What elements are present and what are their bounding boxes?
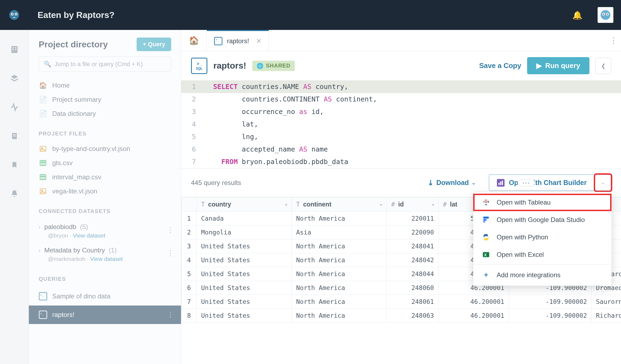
more-icon[interactable]: ⋮ (167, 310, 174, 319)
chevron-down-icon[interactable]: ⌄ (431, 201, 435, 207)
play-icon: ▶ (536, 61, 542, 70)
cell-lat: 46.200001 (438, 295, 509, 309)
column-type-icon: # (391, 201, 395, 208)
dataset-name: Metadata by Country (44, 246, 105, 254)
close-icon[interactable]: ✕ (256, 37, 262, 45)
image-icon (39, 145, 47, 153)
bell-icon[interactable]: 🔔 (572, 10, 582, 20)
shared-label: SHARED (266, 63, 290, 69)
bookmark-icon[interactable] (9, 159, 20, 170)
search-placeholder: Jump to a file or query (Cmd + K) (54, 61, 143, 68)
app-logo[interactable] (8, 9, 20, 21)
activity-icon[interactable] (9, 102, 20, 113)
dataset-item[interactable]: ›Metadata by Country (1)@markmarkoh · Vi… (29, 243, 181, 266)
view-dataset-link[interactable]: View dataset (90, 256, 123, 262)
topbar: Eaten by Raptors? 🔔 (0, 0, 621, 30)
menu-item-gds[interactable]: Open with Google Data Studio (473, 211, 611, 229)
chevron-down-icon[interactable]: ⌄ (284, 201, 288, 207)
tab-label: raptors! (227, 37, 249, 45)
avatar[interactable] (598, 7, 613, 23)
svg-rect-39 (502, 180, 503, 185)
tabbar: 🏠 >_ raptors! ✕ ⋮ (181, 30, 621, 51)
more-icon[interactable]: ⋮ (167, 226, 174, 234)
download-icon: ⤓ (428, 179, 434, 187)
org-icon[interactable] (9, 44, 20, 55)
globe-icon: 🌐 (257, 63, 264, 69)
tabs-more-icon[interactable]: ⋮ (606, 30, 621, 51)
svg-point-50 (483, 221, 485, 223)
view-dataset-link[interactable]: View dataset (73, 232, 105, 239)
code-editor[interactable]: 1 SELECT countries.NAME AS country,2 cou… (181, 80, 621, 168)
doc-icon: 📄 (39, 96, 47, 103)
results-toolbar: ⋯ 445 query results ⤓ Download ⌄ Open wi… (181, 168, 621, 197)
shared-badge: 🌐 SHARED (252, 61, 295, 71)
svg-point-29 (41, 190, 43, 191)
query-item[interactable]: >_raptors!⋮ (29, 306, 181, 324)
svg-point-8 (603, 14, 604, 15)
sidebar-item-label: Home (52, 82, 70, 89)
layers-icon[interactable] (9, 73, 20, 84)
tab-active[interactable]: >_ raptors! ✕ (207, 30, 269, 51)
cell-continent: North America (292, 212, 387, 226)
run-query-button[interactable]: ▶ Run query (527, 57, 589, 74)
cell-country: Mongolia (197, 226, 292, 239)
file-item[interactable]: interval_map.csv (29, 170, 181, 184)
chart-builder-dropdown-button[interactable]: ⌄ (595, 174, 611, 191)
doc-icon: 📄 (39, 110, 47, 118)
sidebar-item-label: Project summary (52, 96, 101, 103)
new-query-button[interactable]: + Query (137, 38, 171, 51)
sidebar-heading-text: Project directory (39, 39, 108, 50)
column-name: lat (450, 201, 457, 208)
table-icon (39, 159, 47, 167)
query-name: raptors! (52, 311, 74, 319)
collapse-panel-button[interactable]: ❮ (595, 58, 611, 74)
menu-item-add-integrations[interactable]: +Add more integrations (473, 266, 611, 284)
svg-rect-13 (12, 49, 13, 50)
svg-rect-41 (485, 200, 487, 200)
menu-item-python[interactable]: Open with Python (473, 229, 611, 246)
cell-id: 248044 (387, 267, 438, 281)
row-number: 8 (182, 309, 197, 323)
svg-text:X: X (484, 253, 487, 257)
main: 🏠 >_ raptors! ✕ ⋮ >_ SQL raptors! 🌐 SHAR… (181, 30, 621, 364)
section-connected-datasets: CONNECTED DATASETS (29, 198, 181, 219)
menu-item-excel[interactable]: XOpen with Excel (473, 246, 611, 263)
file-item[interactable]: gts.csv (29, 156, 181, 170)
resize-handle[interactable]: ⋯ (518, 179, 535, 186)
column-header-id[interactable]: #id⌄ (387, 198, 438, 212)
sidebar-heading: Project directory + Query (29, 35, 181, 57)
svg-point-0 (9, 10, 19, 20)
download-button[interactable]: ⤓ Download ⌄ (428, 179, 475, 187)
menu-item-label: Open with Tableau (497, 199, 551, 206)
doc-icon[interactable] (9, 131, 20, 141)
column-header-continent[interactable]: Tcontinent⌄ (292, 198, 387, 212)
page-title: Eaten by Raptors? (38, 10, 115, 20)
menu-item-tableau[interactable]: Open with Tableau (473, 194, 611, 211)
sidebar-item-summary[interactable]: 📄 Project summary (29, 92, 181, 107)
svg-point-9 (607, 14, 608, 15)
row-number: 7 (182, 295, 197, 309)
cell-name: Saurornitholestes (591, 295, 621, 309)
svg-rect-43 (484, 201, 484, 203)
table-row[interactable]: 7United StatesNorth America24806146.2000… (182, 295, 621, 309)
open-chart-builder-button[interactable]: Open with Chart Builder (489, 174, 595, 191)
file-item[interactable]: by-type-and-country.vl.json (29, 142, 181, 156)
tab-home[interactable]: 🏠 (181, 30, 207, 51)
chevron-right-icon: › (39, 224, 41, 230)
table-row[interactable]: 8United StatesNorth America24806346.2000… (182, 309, 621, 323)
query-item[interactable]: >_Sample of dino data (29, 287, 181, 306)
cell-continent: North America (292, 309, 387, 323)
file-name: gts.csv (52, 159, 73, 167)
save-copy-button[interactable]: Save a Copy (479, 61, 521, 70)
column-header-country[interactable]: Tcountry⌄ (197, 198, 292, 212)
sidebar-item-dictionary[interactable]: 📄 Data dictionary (29, 107, 181, 121)
row-number: 4 (182, 253, 197, 267)
svg-rect-24 (40, 175, 46, 180)
file-item[interactable]: vega-lite.vl.json (29, 184, 181, 198)
sidebar-item-home[interactable]: 🏠 Home (29, 78, 181, 92)
chevron-down-icon[interactable]: ⌄ (379, 201, 383, 207)
search-input[interactable]: 🔍 Jump to a file or query (Cmd + K) (39, 57, 171, 72)
notif-icon[interactable] (9, 188, 20, 199)
dataset-item[interactable]: ›paleobiodb (5)@bryon · View dataset⋮ (29, 219, 181, 243)
more-icon[interactable]: ⋮ (167, 249, 174, 258)
